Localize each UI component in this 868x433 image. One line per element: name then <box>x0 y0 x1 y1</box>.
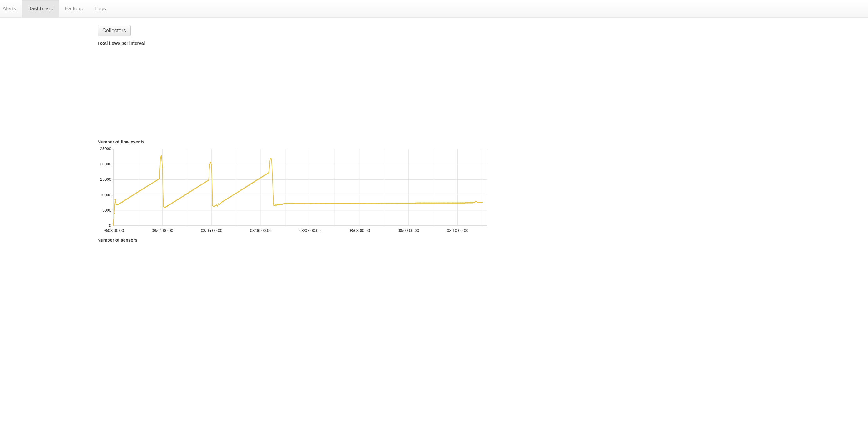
tab-hadoop[interactable]: Hadoop <box>59 0 89 17</box>
svg-point-39 <box>114 213 115 214</box>
svg-point-197 <box>269 160 270 162</box>
svg-point-143 <box>216 205 217 206</box>
svg-text:08/03 00:00: 08/03 00:00 <box>102 228 124 233</box>
svg-point-40 <box>115 199 116 200</box>
svg-text:08/08 00:00: 08/08 00:00 <box>348 228 370 233</box>
svg-point-144 <box>217 206 218 207</box>
svg-point-412 <box>482 202 483 203</box>
svg-point-88 <box>162 167 163 168</box>
svg-point-38 <box>113 224 114 226</box>
tab-logs[interactable]: Logs <box>89 0 112 17</box>
collectors-button[interactable]: Collectors <box>98 25 131 36</box>
svg-point-196 <box>268 172 269 174</box>
tab-alerts[interactable]: Alerts <box>0 0 22 17</box>
svg-text:08/10 00:00: 08/10 00:00 <box>447 228 468 233</box>
svg-point-200 <box>272 179 273 180</box>
svg-text:08/07 00:00: 08/07 00:00 <box>299 228 321 233</box>
tab-dashboard[interactable]: Dashboard <box>22 0 59 17</box>
svg-point-411 <box>479 202 481 203</box>
flow-events-chart: 050001000015000200002500008/03 00:0008/0… <box>98 147 488 235</box>
svg-text:15000: 15000 <box>100 177 111 182</box>
svg-text:25000: 25000 <box>100 147 111 151</box>
total-flows-label: Total flows per interval <box>98 41 868 45</box>
navbar: Alerts Dashboard Hadoop Logs <box>0 0 868 18</box>
svg-text:0: 0 <box>109 223 111 228</box>
svg-point-199 <box>271 158 272 159</box>
content: Collectors Total flows per interval Numb… <box>0 18 868 243</box>
svg-text:10000: 10000 <box>100 193 111 197</box>
svg-point-136 <box>209 163 210 165</box>
svg-point-135 <box>208 180 209 181</box>
flow-events-label: Number of flow events <box>98 140 868 145</box>
svg-point-87 <box>161 155 162 157</box>
svg-point-139 <box>212 205 213 206</box>
svg-text:08/05 00:00: 08/05 00:00 <box>201 228 222 233</box>
svg-point-85 <box>159 178 160 179</box>
svg-text:20000: 20000 <box>100 162 111 166</box>
svg-point-147 <box>220 203 221 204</box>
chart-flow-events: 050001000015000200002500008/03 00:0008/0… <box>98 147 868 235</box>
svg-point-407 <box>475 201 477 202</box>
svg-point-137 <box>210 162 211 163</box>
svg-point-86 <box>160 157 161 158</box>
sensors-label: Number of sensors <box>98 238 868 243</box>
svg-point-138 <box>211 164 212 165</box>
svg-text:08/09 00:00: 08/09 00:00 <box>398 228 419 233</box>
svg-text:5000: 5000 <box>102 208 111 213</box>
svg-point-405 <box>474 202 475 203</box>
svg-text:08/04 00:00: 08/04 00:00 <box>152 228 173 233</box>
svg-text:08/06 00:00: 08/06 00:00 <box>250 228 272 233</box>
